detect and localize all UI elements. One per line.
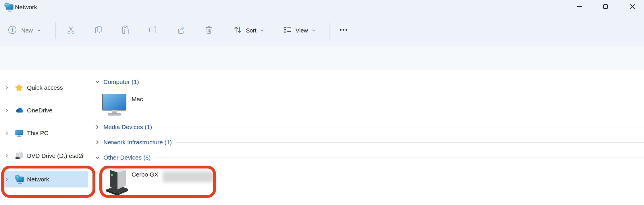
file-explorer-window: Network New [0, 0, 644, 205]
computer-monitor-icon [102, 93, 127, 118]
sidebar-item-label: DVD Drive (D:) esd2i [27, 152, 83, 159]
maximize-button[interactable] [596, 0, 615, 13]
group-header-media-devices[interactable]: Media Devices (1) [95, 123, 644, 131]
chevron-down-icon[interactable] [95, 79, 102, 85]
sort-button[interactable]: Sort [233, 23, 265, 38]
group-header-label: Computer (1) [103, 78, 139, 85]
chevron-right-icon[interactable] [95, 140, 102, 145]
group-divider-line [157, 127, 644, 127]
chevron-down-icon [260, 28, 265, 33]
chevron-right-icon[interactable] [5, 85, 10, 90]
chevron-right-icon[interactable] [5, 108, 10, 113]
rename-button[interactable] [146, 23, 161, 38]
group-divider-line [155, 158, 644, 158]
paste-button[interactable] [118, 23, 133, 38]
rename-icon [148, 25, 158, 36]
group-header-label: Media Devices (1) [103, 124, 152, 131]
group-header-other-devices[interactable]: Other Devices (6) [95, 154, 644, 161]
content-area: Quick access OneDrive [0, 70, 644, 205]
star-icon [14, 83, 25, 92]
group-header-label: Network Infrastructure (1) [103, 139, 172, 146]
annotation-highlight-cerbo-gx [99, 166, 216, 198]
sort-arrows-icon [233, 25, 242, 36]
cut-button[interactable] [63, 23, 78, 38]
close-button[interactable] [623, 0, 642, 13]
device-item-label: Mac [132, 96, 143, 103]
minimize-button[interactable] [570, 0, 589, 13]
dvd-disc-icon: DVD-ROM [14, 151, 25, 161]
window-title: Network [15, 4, 37, 11]
share-button[interactable] [174, 23, 189, 38]
paste-icon [121, 25, 130, 36]
view-button[interactable]: View [282, 23, 316, 38]
chevron-right-icon[interactable] [5, 154, 10, 158]
plus-circle-icon [7, 25, 17, 36]
new-button[interactable]: New [7, 23, 41, 38]
toolbar-separator [329, 22, 329, 39]
sidebar-item-onedrive[interactable]: OneDrive [0, 102, 89, 118]
sidebar-item-dvd-drive[interactable]: DVD-ROM DVD Drive (D:) esd2i [0, 148, 89, 164]
more-options-button[interactable] [336, 23, 351, 38]
toolbar-separator [55, 22, 56, 39]
view-button-label: View [296, 28, 308, 33]
toolbar-separator [225, 22, 225, 39]
group-header-network-infrastructure[interactable]: Network Infrastructure (1) [95, 139, 644, 146]
sidebar-item-label: Quick access [27, 84, 63, 91]
svg-text:DVD-ROM: DVD-ROM [15, 158, 20, 159]
group-header-computer[interactable]: Computer (1) [95, 78, 644, 86]
network-icon [4, 2, 14, 13]
copy-button[interactable] [91, 23, 106, 38]
monitor-icon [14, 128, 25, 138]
group-divider-line [144, 82, 644, 82]
group-divider-line [176, 142, 644, 143]
onedrive-cloud-icon [14, 106, 25, 115]
chevron-right-icon[interactable] [5, 131, 10, 135]
delete-button[interactable] [201, 23, 216, 38]
copy-icon [94, 25, 103, 36]
share-icon [176, 25, 186, 36]
device-item-mac[interactable]: Mac [101, 93, 205, 116]
window-chrome: Network New [0, 0, 644, 46]
sidebar-item-label: OneDrive [27, 107, 53, 114]
chevron-right-icon[interactable] [95, 124, 102, 130]
ellipsis-icon [338, 25, 349, 36]
sort-button-label: Sort [246, 28, 257, 33]
view-list-icon [282, 25, 292, 36]
group-header-label: Other Devices (6) [103, 154, 151, 161]
chevron-down-icon [311, 28, 316, 33]
sidebar-item-label: This PC [27, 130, 49, 137]
chevron-down-icon[interactable] [95, 155, 102, 160]
sidebar-item-quick-access[interactable]: Quick access [0, 80, 89, 96]
delete-icon [204, 25, 214, 36]
address-row: Network [0, 46, 644, 70]
chevron-down-icon [37, 28, 41, 33]
annotation-highlight-sidebar-network [1, 166, 95, 198]
sidebar-item-this-pc[interactable]: This PC [0, 125, 89, 141]
new-button-label: New [21, 28, 33, 33]
cut-icon [66, 25, 76, 36]
